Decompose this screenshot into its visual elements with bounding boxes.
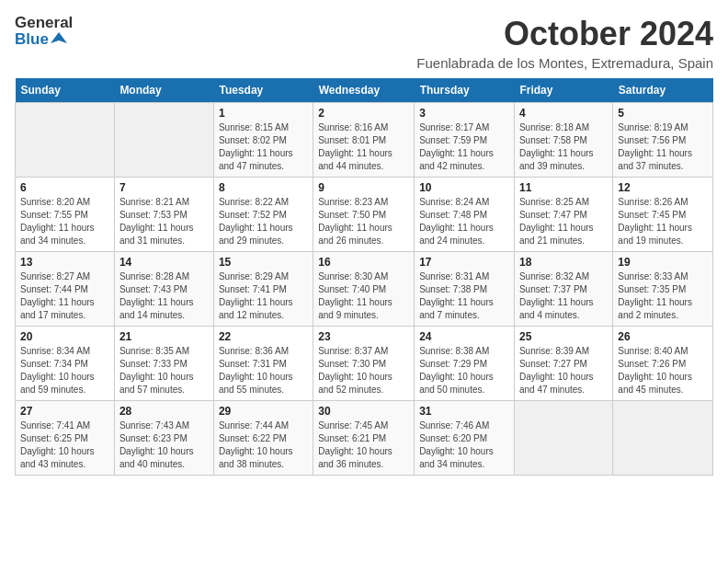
- calendar-cell: 5Sunrise: 8:19 AMSunset: 7:56 PMDaylight…: [613, 103, 713, 178]
- day-detail: Sunrise: 7:45 AMSunset: 6:21 PMDaylight:…: [318, 419, 409, 471]
- calendar-cell: 25Sunrise: 8:39 AMSunset: 7:27 PMDayligh…: [514, 327, 612, 401]
- calendar-cell: 22Sunrise: 8:36 AMSunset: 7:31 PMDayligh…: [213, 327, 313, 401]
- calendar-cell: 2Sunrise: 8:16 AMSunset: 8:01 PMDaylight…: [313, 103, 415, 178]
- day-number: 22: [219, 330, 308, 343]
- calendar-cell: 8Sunrise: 8:22 AMSunset: 7:52 PMDaylight…: [213, 178, 313, 252]
- day-detail: Sunrise: 8:36 AMSunset: 7:31 PMDaylight:…: [219, 345, 308, 396]
- calendar-cell: [114, 103, 213, 178]
- day-detail: Sunrise: 8:27 AMSunset: 7:44 PMDaylight:…: [20, 270, 109, 322]
- day-detail: Sunrise: 8:33 AMSunset: 7:35 PMDaylight:…: [618, 270, 708, 322]
- day-number: 28: [119, 405, 209, 418]
- day-detail: Sunrise: 7:44 AMSunset: 6:22 PMDaylight:…: [219, 419, 308, 471]
- day-number: 24: [419, 330, 509, 343]
- calendar-cell: 29Sunrise: 7:44 AMSunset: 6:22 PMDayligh…: [213, 401, 313, 476]
- calendar-cell: 24Sunrise: 8:38 AMSunset: 7:29 PMDayligh…: [415, 327, 515, 401]
- day-detail: Sunrise: 8:29 AMSunset: 7:41 PMDaylight:…: [219, 270, 308, 322]
- calendar-cell: 13Sunrise: 8:27 AMSunset: 7:44 PMDayligh…: [16, 252, 115, 327]
- day-detail: Sunrise: 8:39 AMSunset: 7:27 PMDaylight:…: [519, 345, 608, 396]
- day-number: 13: [20, 256, 109, 269]
- day-detail: Sunrise: 8:23 AMSunset: 7:50 PMDaylight:…: [318, 196, 409, 247]
- day-detail: Sunrise: 8:32 AMSunset: 7:37 PMDaylight:…: [519, 270, 608, 322]
- day-number: 21: [119, 330, 209, 343]
- day-detail: Sunrise: 8:21 AMSunset: 7:53 PMDaylight:…: [119, 196, 209, 247]
- day-detail: Sunrise: 8:37 AMSunset: 7:30 PMDaylight:…: [318, 345, 409, 396]
- day-detail: Sunrise: 8:18 AMSunset: 7:58 PMDaylight:…: [519, 121, 608, 173]
- day-number: 18: [519, 256, 608, 269]
- calendar-cell: 4Sunrise: 8:18 AMSunset: 7:58 PMDaylight…: [514, 103, 612, 178]
- day-number: 26: [618, 330, 708, 343]
- calendar-cell: [613, 401, 713, 476]
- weekday-header-sunday: Sunday: [16, 78, 115, 103]
- calendar-cell: [16, 103, 115, 178]
- day-detail: Sunrise: 8:40 AMSunset: 7:26 PMDaylight:…: [618, 345, 708, 396]
- calendar-cell: [514, 401, 612, 476]
- day-number: 15: [219, 256, 308, 269]
- calendar-cell: 17Sunrise: 8:31 AMSunset: 7:38 PMDayligh…: [415, 252, 515, 327]
- logo-blue: Blue: [15, 30, 67, 47]
- day-detail: Sunrise: 7:43 AMSunset: 6:23 PMDaylight:…: [119, 419, 209, 471]
- day-number: 7: [119, 181, 209, 194]
- day-number: 25: [519, 330, 608, 343]
- day-detail: Sunrise: 8:17 AMSunset: 7:59 PMDaylight:…: [419, 121, 509, 173]
- svg-marker-0: [51, 32, 67, 43]
- day-number: 3: [419, 107, 509, 120]
- day-detail: Sunrise: 8:15 AMSunset: 8:02 PMDaylight:…: [219, 121, 308, 173]
- calendar-cell: 3Sunrise: 8:17 AMSunset: 7:59 PMDaylight…: [415, 103, 515, 178]
- calendar-cell: 19Sunrise: 8:33 AMSunset: 7:35 PMDayligh…: [613, 252, 713, 327]
- day-detail: Sunrise: 8:25 AMSunset: 7:47 PMDaylight:…: [519, 196, 608, 247]
- calendar-cell: 26Sunrise: 8:40 AMSunset: 7:26 PMDayligh…: [613, 327, 713, 401]
- day-detail: Sunrise: 8:22 AMSunset: 7:52 PMDaylight:…: [219, 196, 308, 247]
- day-detail: Sunrise: 8:20 AMSunset: 7:55 PMDaylight:…: [20, 196, 109, 247]
- calendar-cell: 16Sunrise: 8:30 AMSunset: 7:40 PMDayligh…: [313, 252, 415, 327]
- day-detail: Sunrise: 8:28 AMSunset: 7:43 PMDaylight:…: [119, 270, 209, 322]
- day-number: 2: [318, 107, 409, 120]
- day-number: 9: [318, 181, 409, 194]
- calendar-cell: 18Sunrise: 8:32 AMSunset: 7:37 PMDayligh…: [514, 252, 612, 327]
- logo: General Blue: [15, 15, 73, 47]
- day-detail: Sunrise: 8:30 AMSunset: 7:40 PMDaylight:…: [318, 270, 409, 322]
- title-area: October 2024 Fuenlabrada de los Montes, …: [416, 15, 713, 71]
- calendar-cell: 11Sunrise: 8:25 AMSunset: 7:47 PMDayligh…: [514, 178, 612, 252]
- weekday-header-thursday: Thursday: [415, 78, 515, 103]
- weekday-header-tuesday: Tuesday: [213, 78, 313, 103]
- calendar-cell: 27Sunrise: 7:41 AMSunset: 6:25 PMDayligh…: [16, 401, 115, 476]
- day-number: 29: [219, 405, 308, 418]
- calendar-cell: 14Sunrise: 8:28 AMSunset: 7:43 PMDayligh…: [114, 252, 213, 327]
- day-number: 11: [519, 181, 608, 194]
- day-number: 27: [20, 405, 109, 418]
- calendar-cell: 12Sunrise: 8:26 AMSunset: 7:45 PMDayligh…: [613, 178, 713, 252]
- day-number: 23: [318, 330, 409, 343]
- day-detail: Sunrise: 8:19 AMSunset: 7:56 PMDaylight:…: [618, 121, 708, 173]
- calendar-cell: 10Sunrise: 8:24 AMSunset: 7:48 PMDayligh…: [415, 178, 515, 252]
- weekday-header-saturday: Saturday: [613, 78, 713, 103]
- day-number: 20: [20, 330, 109, 343]
- day-number: 1: [219, 107, 308, 120]
- logo-bird-icon: [51, 30, 67, 47]
- weekday-header-monday: Monday: [114, 78, 213, 103]
- weekday-header-friday: Friday: [514, 78, 612, 103]
- calendar-cell: 1Sunrise: 8:15 AMSunset: 8:02 PMDaylight…: [213, 103, 313, 178]
- day-number: 19: [618, 256, 708, 269]
- calendar-cell: 28Sunrise: 7:43 AMSunset: 6:23 PMDayligh…: [114, 401, 213, 476]
- calendar-cell: 7Sunrise: 8:21 AMSunset: 7:53 PMDaylight…: [114, 178, 213, 252]
- day-number: 17: [419, 256, 509, 269]
- day-number: 10: [419, 181, 509, 194]
- calendar-cell: 23Sunrise: 8:37 AMSunset: 7:30 PMDayligh…: [313, 327, 415, 401]
- day-number: 12: [618, 181, 708, 194]
- calendar-cell: 15Sunrise: 8:29 AMSunset: 7:41 PMDayligh…: [213, 252, 313, 327]
- day-number: 30: [318, 405, 409, 418]
- day-detail: Sunrise: 7:41 AMSunset: 6:25 PMDaylight:…: [20, 419, 109, 471]
- calendar-cell: 9Sunrise: 8:23 AMSunset: 7:50 PMDaylight…: [313, 178, 415, 252]
- day-number: 5: [618, 107, 708, 120]
- calendar-cell: 31Sunrise: 7:46 AMSunset: 6:20 PMDayligh…: [415, 401, 515, 476]
- day-number: 14: [119, 256, 209, 269]
- month-title: October 2024: [416, 15, 713, 53]
- day-number: 8: [219, 181, 308, 194]
- location-subtitle: Fuenlabrada de los Montes, Extremadura, …: [416, 55, 713, 71]
- day-number: 6: [20, 181, 109, 194]
- day-detail: Sunrise: 8:26 AMSunset: 7:45 PMDaylight:…: [618, 196, 708, 247]
- day-number: 16: [318, 256, 409, 269]
- calendar-cell: 21Sunrise: 8:35 AMSunset: 7:33 PMDayligh…: [114, 327, 213, 401]
- logo-general: General: [15, 15, 73, 30]
- day-detail: Sunrise: 8:38 AMSunset: 7:29 PMDaylight:…: [419, 345, 509, 396]
